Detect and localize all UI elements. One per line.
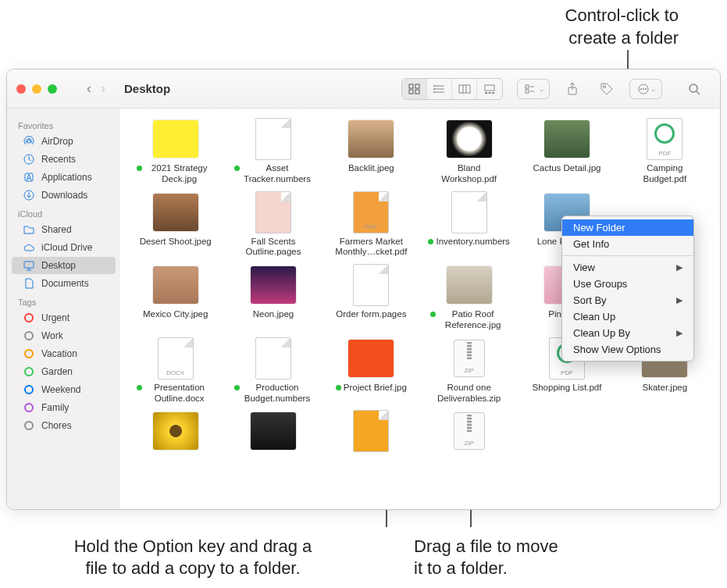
file-thumbnail (347, 337, 395, 380)
sidebar-item-downloads[interactable]: Downloads (12, 187, 116, 204)
file-item[interactable] (226, 410, 320, 455)
menu-item-label: Show View Options (573, 344, 661, 355)
menu-item-label: Clean Up (573, 311, 615, 323)
callout-top: Control-click to create a folder (565, 5, 679, 49)
share-button[interactable] (561, 79, 584, 99)
more-button[interactable]: ⌵ (629, 79, 662, 99)
file-name: Skater.jpeg (643, 383, 688, 394)
menu-item-view[interactable]: View▶ (562, 259, 693, 276)
icloud-status-dot (336, 385, 341, 390)
icon-view-button[interactable] (402, 79, 427, 99)
file-item[interactable]: Asset Tracker.numbers (226, 118, 320, 185)
sidebar-item-icloud-drive[interactable]: iCloud Drive (12, 239, 116, 256)
file-thumbnail (445, 118, 494, 160)
search-button[interactable] (682, 79, 706, 99)
menu-item-label: View (573, 262, 595, 273)
apps-icon: A (23, 171, 35, 184)
file-name: Bland Workshop.pdf (430, 163, 508, 185)
file-name: Fall Scents Outline.pages (234, 237, 312, 258)
file-item[interactable]: PDFCamping Budget.pdf (618, 118, 712, 185)
minimize-button[interactable] (32, 84, 41, 94)
file-item[interactable]: ZIPRound one Deliverables.zip (422, 337, 516, 404)
file-item[interactable]: DOCXPresentation Outline.docx (128, 337, 223, 404)
icloud-status-dot (430, 312, 436, 317)
file-item[interactable]: ZIP (422, 410, 516, 455)
sidebar-item-label: Weekend (41, 384, 80, 395)
sidebar-tag-garden[interactable]: Garden (12, 363, 116, 380)
svg-rect-15 (489, 92, 491, 94)
file-item[interactable] (128, 410, 223, 455)
menu-item-new-folder[interactable]: New Folder (562, 219, 693, 236)
menu-item-label: Get Info (573, 238, 609, 250)
file-name: Asset Tracker.numbers (234, 163, 312, 185)
column-view-button[interactable] (452, 79, 477, 99)
sidebar-tag-chores[interactable]: Chores (12, 417, 116, 434)
sidebar-item-documents[interactable]: Documents (12, 275, 116, 292)
file-item[interactable]: Order form.pages (324, 264, 419, 331)
close-button[interactable] (16, 84, 26, 94)
menu-separator (562, 255, 693, 256)
file-item[interactable]: Fall Scents Outline.pages (226, 191, 320, 258)
sidebar-item-label: iCloud Drive (41, 242, 92, 253)
menu-item-get-info[interactable]: Get Info (562, 236, 693, 252)
sidebar-item-shared[interactable]: Shared (12, 221, 116, 238)
file-item[interactable]: Production Budget.numbers (226, 337, 320, 404)
menu-item-use-groups[interactable]: Use Groups (562, 276, 693, 292)
doc-icon (23, 277, 35, 290)
file-item[interactable]: Desert Shoot.jpeg (128, 191, 223, 258)
menu-item-show-view-options[interactable]: Show View Options (562, 341, 693, 358)
gallery-view-button[interactable] (477, 79, 502, 99)
menu-item-sort-by[interactable]: Sort By▶ (562, 292, 693, 308)
sidebar-item-recents[interactable]: Recents (12, 151, 116, 168)
sidebar-item-applications[interactable]: AApplications (12, 169, 116, 186)
menu-item-label: New Folder (573, 222, 625, 233)
sidebar-tag-work[interactable]: Work (12, 327, 116, 344)
context-menu: New FolderGet InfoView▶Use GroupsSort By… (561, 216, 694, 362)
file-thumbnail (445, 264, 494, 306)
file-name: Farmers Market Monthly…cket.pdf (332, 237, 410, 258)
icloud-status-dot (234, 385, 240, 390)
group-button[interactable]: ⌵ (517, 79, 550, 99)
submenu-arrow-icon: ▶ (676, 295, 682, 305)
file-item[interactable]: Cactus Detail.jpg (519, 118, 614, 185)
sidebar-item-airdrop[interactable]: AirDrop (12, 133, 116, 150)
svg-rect-3 (415, 90, 419, 94)
sidebar-tag-family[interactable]: Family (12, 399, 116, 416)
sidebar-item-label: Downloads (41, 190, 87, 201)
sidebar-tag-vacation[interactable]: Vacation (12, 345, 116, 362)
forward-button[interactable]: › (98, 80, 109, 97)
tag-button[interactable] (595, 79, 618, 99)
file-thumbnail (151, 118, 200, 160)
sidebar-item-desktop[interactable]: Desktop (12, 257, 116, 274)
sidebar-item-label: Work (41, 330, 63, 341)
file-item[interactable]: Mexico City.jpeg (128, 264, 223, 331)
back-button[interactable]: ‹ (84, 80, 94, 97)
file-item[interactable]: PDFFarmers Market Monthly…cket.pdf (324, 191, 419, 258)
file-item[interactable]: Inventory.numbers (422, 191, 516, 258)
svg-rect-13 (485, 85, 494, 91)
tag-dot-icon (23, 419, 35, 432)
sidebar-header-tags: Tags (7, 293, 120, 308)
file-name: Neon.jpeg (253, 309, 294, 320)
svg-point-28 (690, 84, 697, 92)
svg-rect-1 (415, 84, 419, 88)
sidebar-tag-weekend[interactable]: Weekend (12, 381, 116, 398)
file-item[interactable]: Backlit.jpeg (324, 118, 419, 185)
file-thumbnail (347, 410, 395, 452)
sidebar-item-label: Urgent (41, 312, 69, 323)
zoom-button[interactable] (48, 84, 57, 94)
menu-item-clean-up-by[interactable]: Clean Up By▶ (562, 325, 693, 341)
sidebar-item-label: Vacation (41, 348, 77, 359)
list-view-button[interactable] (427, 79, 452, 99)
file-item[interactable]: Bland Workshop.pdf (422, 118, 516, 185)
tag-dot-icon (23, 347, 35, 360)
file-item[interactable] (324, 410, 419, 455)
file-item[interactable]: Patio Roof Reference.jpg (422, 264, 516, 331)
file-item[interactable]: 2021 Strategy Deck.jpg (128, 118, 223, 185)
file-item[interactable]: Project Brief.jpg (324, 337, 419, 404)
svg-point-26 (643, 88, 644, 90)
file-name: Production Budget.numbers (234, 383, 312, 404)
file-item[interactable]: Neon.jpeg (226, 264, 320, 331)
sidebar-tag-urgent[interactable]: Urgent (12, 309, 116, 326)
menu-item-clean-up[interactable]: Clean Up (562, 308, 693, 325)
